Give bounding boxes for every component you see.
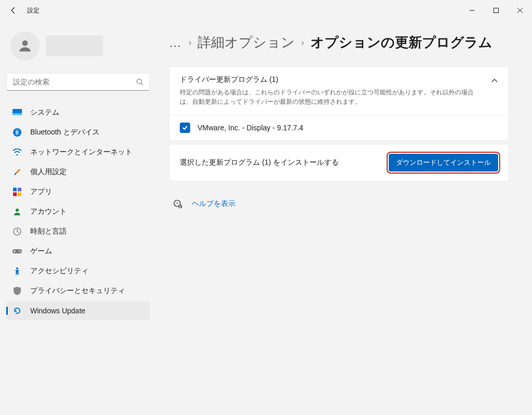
sidebar-item-bluetooth[interactable]: Bluetooth とデバイス [6,123,150,142]
svg-point-18 [19,250,20,251]
help-link[interactable]: ヘルプを表示 [192,199,236,209]
sidebar-item-accounts[interactable]: アカウント [6,202,150,221]
chevron-up-icon [491,77,498,84]
person-icon [13,207,22,216]
driver-updates-header[interactable]: ドライバー更新プログラム (1) 特定の問題がある場合は、これらのドライバーのい… [169,67,509,115]
svg-rect-14 [18,192,21,196]
driver-updates-card: ドライバー更新プログラム (1) 特定の問題がある場合は、これらのドライバーのい… [169,66,509,141]
wifi-icon [13,148,22,157]
sidebar-item-label: Windows Update [30,307,85,315]
sidebar-item-apps[interactable]: アプリ [6,182,150,201]
svg-line-6 [141,83,143,86]
apps-icon [13,187,22,197]
svg-rect-8 [13,113,22,115]
update-checkbox[interactable] [180,123,190,133]
back-button[interactable] [8,5,19,16]
help-row: ? ヘルプを表示 [169,199,509,209]
install-text: 選択した更新プログラム (1) をインストールする [180,158,389,167]
search-box[interactable] [6,73,150,91]
sidebar-item-label: ネットワークとインターネット [30,148,132,157]
sidebar: システム Bluetooth とデバイス ネットワークとインターネット 個人用設… [0,21,156,415]
titlebar: 設定 [0,0,532,21]
maximize-button[interactable] [484,0,508,21]
sidebar-item-personalization[interactable]: 個人用設定 [6,163,150,181]
driver-card-desc: 特定の問題がある場合は、これらのドライバーのいずれかが役に立つ可能性があります。… [180,88,482,106]
svg-point-22 [16,267,18,270]
nav-list: システム Bluetooth とデバイス ネットワークとインターネット 個人用設… [6,103,150,320]
chevron-right-icon: › [189,38,191,47]
main-content: … › 詳細オプション › オプションの更新プログラム ドライバー更新プログラム… [156,21,532,415]
svg-text:?: ? [176,201,179,206]
brush-icon [13,167,22,177]
svg-point-4 [22,40,28,46]
sidebar-item-label: システム [30,108,59,117]
chevron-right-icon: › [301,38,304,47]
profile-section[interactable] [6,21,150,73]
sidebar-item-label: アプリ [30,187,52,197]
accessibility-icon [13,266,22,276]
update-item-label: VMware, Inc. - Display - 9.17.7.4 [197,124,303,132]
svg-point-10 [17,154,18,156]
update-icon [13,306,22,315]
breadcrumb-link-advanced[interactable]: 詳細オプション [197,33,295,52]
sidebar-item-label: Bluetooth とデバイス [30,128,100,137]
search-input[interactable] [13,78,136,86]
sidebar-item-label: アカウント [30,207,67,216]
svg-rect-13 [13,192,17,196]
svg-point-15 [16,209,19,212]
svg-rect-11 [13,188,17,191]
close-button[interactable] [508,0,532,21]
sidebar-item-label: アクセシビリティ [30,266,89,276]
breadcrumb: … › 詳細オプション › オプションの更新プログラム [169,33,509,52]
sidebar-item-label: プライバシーとセキュリティ [30,286,125,296]
svg-rect-12 [18,188,21,191]
sidebar-item-label: 時刻と言語 [30,227,67,236]
sidebar-item-privacy[interactable]: プライバシーとセキュリティ [6,282,150,300]
svg-point-19 [20,251,21,252]
gamepad-icon [13,247,22,256]
shield-icon [13,286,22,296]
driver-card-title: ドライバー更新プログラム (1) [180,75,482,84]
svg-point-5 [137,79,142,84]
sidebar-item-network[interactable]: ネットワークとインターネット [6,143,150,162]
update-item-row: VMware, Inc. - Display - 9.17.7.4 [169,115,509,140]
svg-rect-1 [494,8,499,13]
search-icon [136,78,143,86]
clock-globe-icon [13,227,22,236]
sidebar-item-gaming[interactable]: ゲーム [6,242,150,261]
profile-name-placeholder [46,35,103,56]
minimize-button[interactable] [460,0,484,21]
sidebar-item-label: 個人用設定 [30,167,67,177]
download-install-button[interactable]: ダウンロードしてインストール [389,154,498,172]
window-title: 設定 [27,6,40,15]
svg-line-28 [181,206,181,207]
sidebar-item-time-language[interactable]: 時刻と言語 [6,222,150,241]
sidebar-item-system[interactable]: システム [6,103,150,122]
system-icon [13,108,22,117]
install-card: 選択した更新プログラム (1) をインストールする ダウンロードしてインストール [169,144,509,181]
page-title: オプションの更新プログラム [311,33,492,52]
breadcrumb-ellipsis[interactable]: … [169,35,182,50]
sidebar-item-accessibility[interactable]: アクセシビリティ [6,262,150,280]
sidebar-item-windows-update[interactable]: Windows Update [6,301,150,320]
avatar [10,31,40,60]
bluetooth-icon [13,128,22,137]
sidebar-item-label: ゲーム [30,247,52,256]
help-icon: ? [173,199,182,209]
